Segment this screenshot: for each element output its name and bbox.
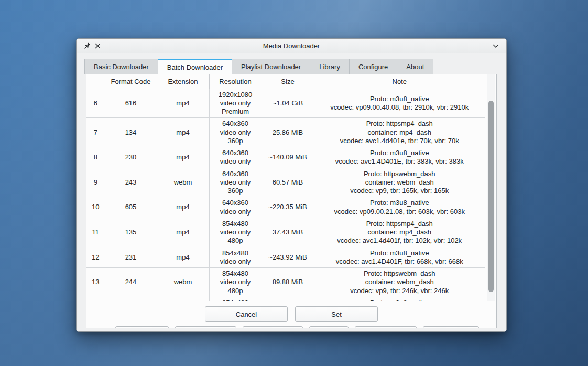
size-cell[interactable]: 60.57 MiB [262,168,314,197]
tab-content-panel: Format Code Extension Resolution Size No… [86,74,497,328]
resolution-cell[interactable]: 854x480 video only [209,247,262,268]
format-code-cell[interactable]: 135 [105,218,157,247]
scrollbar-thumb[interactable] [488,101,494,292]
size-cell[interactable]: 89.88 MiB [262,268,314,297]
clipped-button[interactable] [309,326,349,328]
media-downloader-window: Media Downloader Basic Downl [76,38,507,332]
format-code-cell[interactable]: 244 [105,268,157,297]
resolution-cell[interactable]: 854x480 video only 480p [209,218,262,247]
tab-library[interactable]: Library [310,59,350,74]
note-cell[interactable]: Proto: m3u8_native vcodec: avc1.4D401F, … [314,247,485,268]
size-cell[interactable]: 37.43 MiB [262,218,314,247]
note-cell[interactable]: Proto: m3u8_native vcodec: vp09.00.21.08… [314,197,485,218]
tab-about[interactable]: About [397,59,433,74]
resolution-cell[interactable]: 640x360 video only [209,147,262,168]
note-cell[interactable]: Proto: m3u8_native vcodec: avc1.4D401E, … [314,147,485,168]
format-code-cell[interactable]: 231 [105,247,157,268]
header-resolution[interactable]: Resolution [209,74,262,89]
dialog-button-row: Cancel Set [86,306,496,322]
resolution-cell[interactable]: 640x360 video only 360p [209,118,262,147]
header-row-number[interactable] [86,74,105,89]
format-code-cell[interactable]: 134 [105,118,157,147]
clipped-button[interactable] [115,326,169,328]
size-cell[interactable]: ~243.92 MiB [262,247,314,268]
note-cell[interactable]: Proto: httpswebm_dash container: webm_da… [314,168,485,197]
resolution-cell[interactable]: 854x480 [209,297,262,301]
header-extension[interactable]: Extension [157,74,209,89]
table-row[interactable]: 12 231 mp4 854x480 video only ~243.92 Mi… [86,247,485,268]
tab-playlist-downloader[interactable]: Playlist Downloader [232,59,310,74]
size-cell[interactable]: ~220.35 MiB [262,197,314,218]
vertical-scrollbar[interactable] [487,74,495,301]
table-header-row: Format Code Extension Resolution Size No… [86,74,485,89]
format-code-cell[interactable] [105,297,157,301]
table-row[interactable]: 6 616 mp4 1920x1080 video only Premium ~… [86,89,485,118]
format-code-cell[interactable]: 616 [105,89,157,118]
row-number-cell[interactable]: 9 [86,168,105,197]
cancel-button[interactable]: Cancel [205,306,288,322]
row-number-cell[interactable]: 13 [86,268,105,297]
extension-cell[interactable]: mp4 [157,218,209,247]
clipped-button[interactable] [355,326,417,328]
header-note[interactable]: Note [314,74,485,89]
resolution-cell[interactable]: 854x480 video only 480p [209,268,262,297]
clipped-button[interactable] [423,326,479,328]
row-number-cell[interactable]: 12 [86,247,105,268]
format-table: Format Code Extension Resolution Size No… [86,74,485,301]
table-row[interactable]: 7 134 mp4 640x360 video only 360p 25.86 … [86,118,485,147]
tab-batch-downloader[interactable]: Batch Downloader [158,59,232,74]
extension-cell[interactable]: mp4 [157,89,209,118]
size-cell[interactable]: 25.86 MiB [262,118,314,147]
resolution-cell[interactable]: 640x360 video only 360p [209,168,262,197]
row-number-cell[interactable] [86,297,105,301]
tab-basic-downloader[interactable]: Basic Downloader [84,59,158,74]
note-cell[interactable]: Proto: m3u8_native [314,297,485,301]
table-row[interactable]: 854x480 Proto: m3u8_native [86,297,485,301]
extension-cell[interactable]: mp4 [157,147,209,168]
row-number-cell[interactable]: 11 [86,218,105,247]
extension-cell[interactable]: webm [157,168,209,197]
size-cell[interactable] [262,297,314,301]
format-code-cell[interactable]: 243 [105,168,157,197]
size-cell[interactable]: ~140.09 MiB [262,147,314,168]
extension-cell[interactable]: mp4 [157,247,209,268]
tab-bar: Basic Downloader Batch Downloader Playli… [84,59,506,74]
row-number-cell[interactable]: 8 [86,147,105,168]
extension-cell[interactable]: mp4 [157,118,209,147]
extension-cell[interactable] [157,297,209,301]
clipped-button[interactable] [243,326,303,328]
note-cell[interactable]: Proto: httpswebm_dash container: webm_da… [314,268,485,297]
header-size[interactable]: Size [262,74,314,89]
format-code-cell[interactable]: 605 [105,197,157,218]
format-table-body: 6 616 mp4 1920x1080 video only Premium ~… [86,89,485,301]
extension-cell[interactable]: mp4 [157,197,209,218]
size-cell[interactable]: ~1.04 GiB [262,89,314,118]
extension-cell[interactable]: webm [157,268,209,297]
table-row[interactable]: 9 243 webm 640x360 video only 360p 60.57… [86,168,485,197]
row-number-cell[interactable]: 7 [86,118,105,147]
window-title: Media Downloader [77,42,506,50]
note-cell[interactable]: Proto: httpsmp4_dash container: mp4_dash… [314,118,485,147]
table-row[interactable]: 13 244 webm 854x480 video only 480p 89.8… [86,268,485,297]
table-row[interactable]: 8 230 mp4 640x360 video only ~140.09 MiB… [86,147,485,168]
format-table-area: Format Code Extension Resolution Size No… [86,74,496,301]
table-row[interactable]: 11 135 mp4 854x480 video only 480p 37.43… [86,218,485,247]
note-cell[interactable]: Proto: m3u8_native vcodec: vp09.00.40.08… [314,89,485,118]
resolution-cell[interactable]: 640x360 video only [209,197,262,218]
note-cell[interactable]: Proto: httpsmp4_dash container: mp4_dash… [314,218,485,247]
clipped-buttons-row [115,326,496,328]
resolution-cell[interactable]: 1920x1080 video only Premium [209,89,262,118]
title-bar[interactable]: Media Downloader [77,39,506,53]
header-format-code[interactable]: Format Code [105,74,157,89]
tab-configure[interactable]: Configure [350,59,397,74]
row-number-cell[interactable]: 6 [86,89,105,118]
clipped-button[interactable] [175,326,236,328]
format-code-cell[interactable]: 230 [105,147,157,168]
row-number-cell[interactable]: 10 [86,197,105,218]
table-row[interactable]: 10 605 mp4 640x360 video only ~220.35 Mi… [86,197,485,218]
set-button[interactable]: Set [295,306,378,322]
